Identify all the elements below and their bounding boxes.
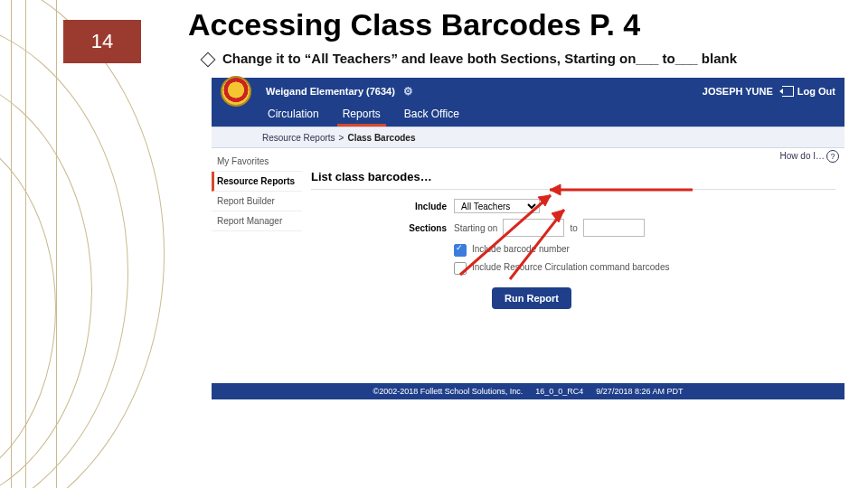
logout-icon bbox=[782, 86, 794, 97]
app-header: Weigand Elementary (7634) ⚙ JOSEPH YUNE … bbox=[212, 78, 844, 105]
bullet-icon bbox=[201, 52, 216, 67]
sidebar-item-report-manager[interactable]: Report Manager bbox=[212, 211, 302, 231]
annotation-arrow-2 bbox=[501, 193, 609, 284]
app-footer: ©2002-2018 Follett School Solutions, Inc… bbox=[212, 383, 844, 399]
school-logo-icon bbox=[221, 76, 251, 107]
app-screenshot: Weigand Elementary (7634) ⚙ JOSEPH YUNE … bbox=[193, 78, 844, 421]
help-icon: ? bbox=[826, 150, 839, 163]
footer-copyright: ©2002-2018 Follett School Solutions, Inc… bbox=[373, 387, 524, 396]
nav-tabs: Circulation Reports Back Office bbox=[212, 105, 844, 127]
slide-title: Accessing Class Barcodes P. 4 bbox=[188, 7, 640, 42]
slide-bullet: Change it to “All Teachers” and leave bo… bbox=[203, 51, 737, 66]
breadcrumb: Resource Reports > Class Barcodes bbox=[212, 127, 844, 148]
sections-label: Sections bbox=[311, 223, 454, 233]
breadcrumb-current: Class Barcodes bbox=[347, 133, 415, 143]
annotation-arrow-3 bbox=[539, 181, 702, 199]
sidebar-item-resource-reports[interactable]: Resource Reports bbox=[212, 172, 302, 192]
footer-timestamp: 9/27/2018 8:26 AM PDT bbox=[596, 387, 683, 396]
logout-button[interactable]: Log Out bbox=[782, 86, 835, 97]
tab-reports[interactable]: Reports bbox=[337, 104, 386, 127]
gear-icon[interactable]: ⚙ bbox=[403, 85, 413, 98]
school-name: Weigand Elementary (7634) ⚙ bbox=[266, 85, 703, 98]
slide-number-badge: 14 bbox=[63, 20, 141, 63]
sidebar-item-report-builder[interactable]: Report Builder bbox=[212, 192, 302, 211]
svg-marker-5 bbox=[550, 184, 561, 195]
bullet-text: Change it to “All Teachers” and leave bo… bbox=[222, 51, 737, 66]
footer-version: 16_0_0_RC4 bbox=[535, 387, 583, 396]
tab-back-office[interactable]: Back Office bbox=[399, 104, 465, 127]
sidebar-item-favorites[interactable]: My Favorites bbox=[212, 152, 302, 172]
tab-circulation[interactable]: Circulation bbox=[262, 104, 325, 127]
svg-line-2 bbox=[510, 210, 564, 279]
user-name: JOSEPH YUNE bbox=[703, 86, 773, 97]
svg-marker-3 bbox=[552, 210, 564, 222]
how-do-i-link[interactable]: How do I…? bbox=[780, 150, 839, 163]
include-label: Include bbox=[311, 202, 454, 211]
slide-decor-left bbox=[0, 0, 163, 488]
run-report-button[interactable]: Run Report bbox=[492, 287, 571, 309]
breadcrumb-parent[interactable]: Resource Reports bbox=[262, 133, 335, 143]
main-panel: How do I…? List class barcodes… Include … bbox=[302, 148, 844, 383]
side-nav: My Favorites Resource Reports Report Bui… bbox=[212, 148, 302, 383]
